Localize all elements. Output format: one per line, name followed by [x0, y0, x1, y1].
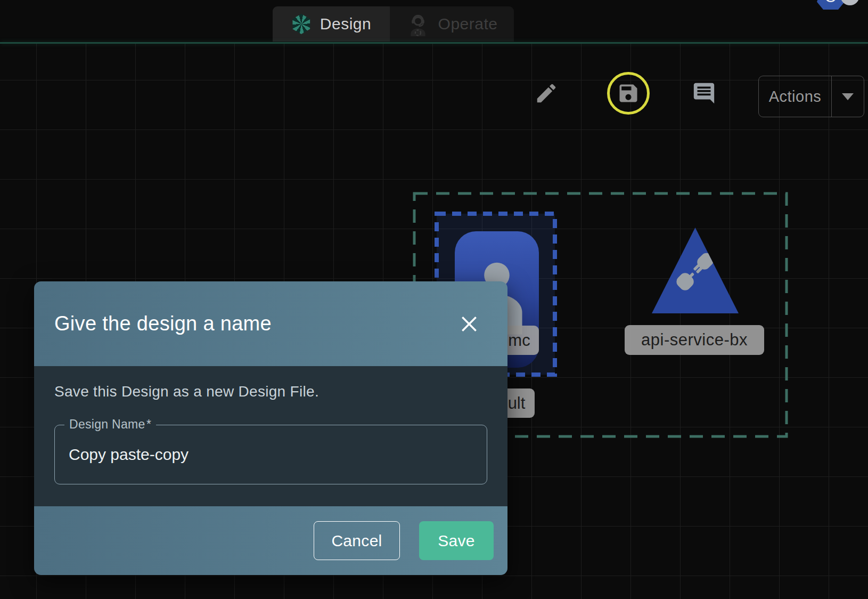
canvas-top-border [0, 42, 868, 44]
tab-operate[interactable]: Operate [390, 6, 514, 42]
design-name-input[interactable] [55, 425, 487, 484]
actions-button-label: Actions [769, 88, 822, 106]
tab-design[interactable]: Design [273, 6, 390, 42]
meshery-logo-icon [291, 14, 312, 34]
cancel-button-label: Cancel [331, 532, 382, 550]
save-button-label: Save [438, 532, 475, 550]
cancel-button[interactable]: Cancel [314, 521, 400, 560]
design-name-field-label: Design Name * [64, 417, 156, 432]
save-design-dialog: Give the design a name Save this Design … [34, 281, 507, 575]
mode-tabs: Design Operate [273, 6, 514, 42]
chevron-down-icon [842, 93, 854, 100]
namespace-label-text: ult [508, 394, 526, 413]
floppy-disk-icon [617, 82, 640, 105]
operator-headset-icon [406, 11, 430, 37]
top-bar: Design Operate [0, 0, 868, 42]
kubernetes-node-partial[interactable] [817, 0, 845, 10]
api-service-label: api-service-bx [625, 325, 764, 355]
user-node-label-text: mc [508, 331, 530, 350]
dialog-footer: Cancel Save [34, 506, 507, 575]
design-name-field: Design Name * [54, 425, 487, 484]
api-service-label-text: api-service-bx [641, 330, 748, 350]
comment-button[interactable] [690, 79, 718, 107]
helm-wheel-icon [821, 0, 840, 7]
pencil-icon [534, 81, 559, 106]
design-name-label-text: Design Name [69, 417, 145, 431]
dialog-description: Save this Design as a new Design File. [54, 366, 487, 400]
dialog-body: Save this Design as a new Design File. D… [34, 366, 507, 506]
save-design-button[interactable] [607, 72, 650, 115]
actions-button[interactable]: Actions [759, 76, 831, 117]
required-asterisk: * [146, 417, 151, 431]
dialog-close-button[interactable] [456, 311, 482, 337]
comment-icon [692, 81, 716, 106]
close-icon [459, 314, 479, 334]
tab-operate-label: Operate [438, 15, 498, 33]
dialog-title: Give the design a name [54, 312, 272, 335]
tab-design-label: Design [320, 15, 371, 33]
avatar[interactable] [840, 0, 859, 5]
actions-split-button: Actions [758, 76, 864, 117]
dialog-header: Give the design a name [34, 281, 507, 366]
save-button[interactable]: Save [419, 521, 494, 560]
meshery-design-screen: mc ult api-service-bx [0, 0, 868, 599]
edit-design-button[interactable] [533, 79, 560, 107]
actions-dropdown-toggle[interactable] [831, 76, 864, 117]
